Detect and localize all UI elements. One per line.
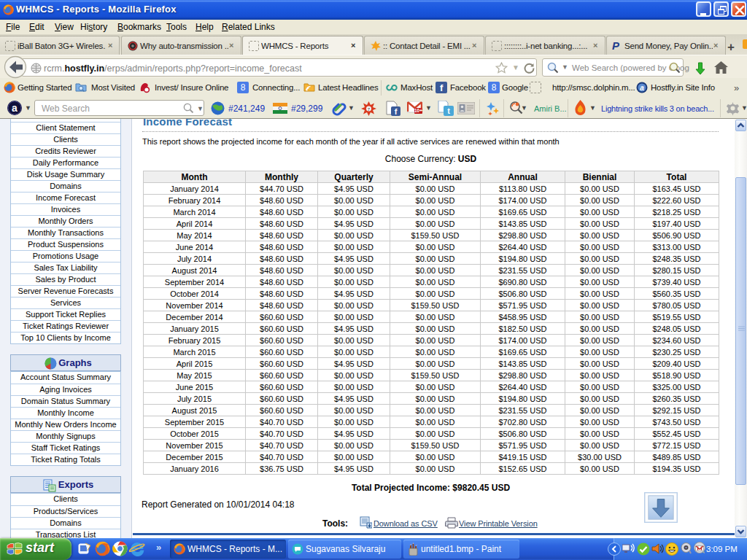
svg-text:t: t [447,106,450,115]
svg-text:a: a [12,102,18,114]
svg-text:a: a [640,84,644,92]
svg-text:f: f [395,107,398,116]
svg-text:10+: 10+ [414,108,422,113]
